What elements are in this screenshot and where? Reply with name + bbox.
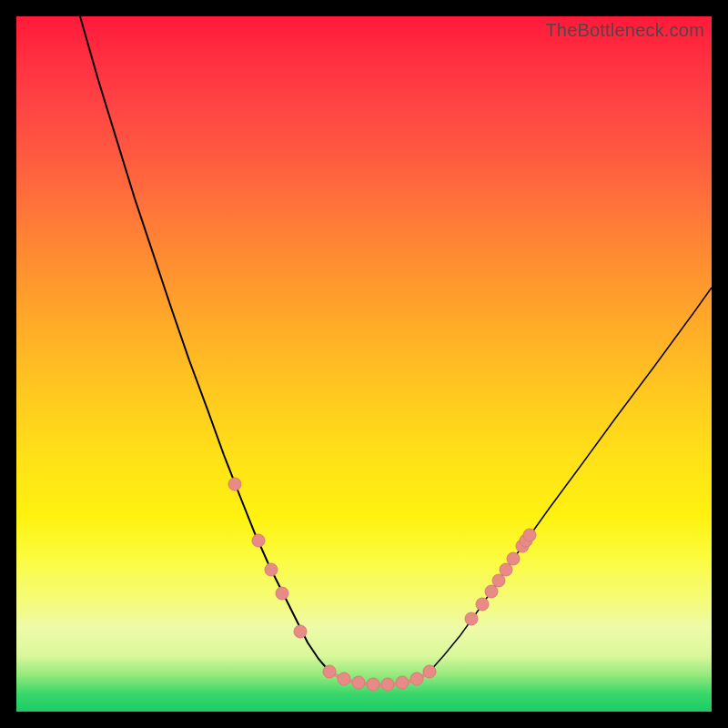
data-marker: [323, 665, 336, 678]
data-marker: [228, 478, 241, 490]
data-marker: [396, 676, 409, 689]
data-marker: [492, 574, 505, 587]
curve-left: [80, 16, 329, 672]
data-marker: [523, 529, 536, 541]
data-marker: [352, 676, 365, 689]
data-marker: [265, 563, 278, 576]
data-marker: [465, 612, 478, 625]
data-marker: [500, 563, 512, 576]
data-marker: [423, 665, 436, 678]
data-marker: [276, 587, 288, 600]
data-marker: [476, 598, 489, 611]
chart-svg: [16, 16, 712, 712]
data-marker: [410, 672, 423, 685]
data-marker: [294, 625, 307, 638]
marker-group: [228, 478, 536, 691]
data-marker: [367, 678, 379, 691]
data-marker: [338, 672, 350, 685]
data-marker: [252, 534, 265, 547]
chart-frame: TheBottleneck.com: [0, 0, 728, 728]
data-marker: [485, 585, 498, 598]
plot-area: TheBottleneck.com: [16, 16, 712, 712]
data-marker: [507, 552, 520, 565]
data-marker: [381, 678, 394, 691]
